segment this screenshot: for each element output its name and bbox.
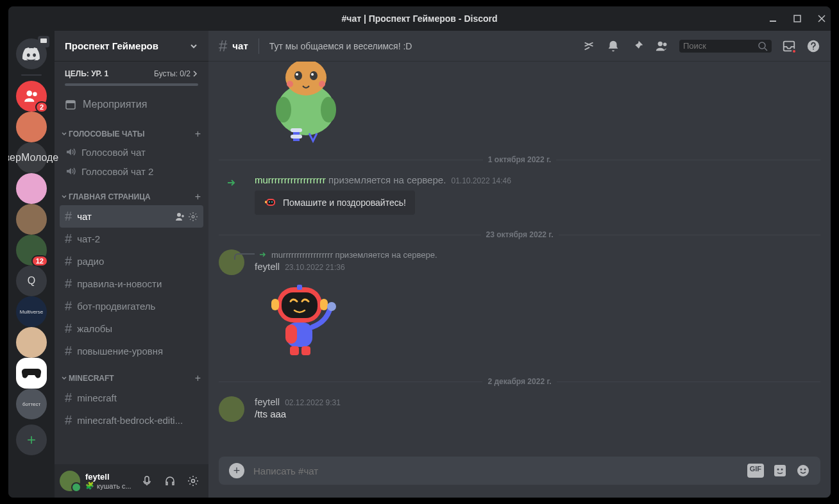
- server-icon-8[interactable]: [16, 327, 47, 358]
- server-icon-9[interactable]: [16, 358, 47, 389]
- category-toggle[interactable]: ГОЛОСОВЫЕ ЧАТЫ: [61, 130, 144, 139]
- invite-icon[interactable]: [175, 212, 185, 222]
- boost-count: Бусты: 0/2: [154, 69, 198, 78]
- message-text: /tts aaa: [255, 408, 820, 419]
- user-status: 🧩кушать с...: [85, 482, 131, 490]
- message-author[interactable]: feytell: [255, 396, 280, 407]
- voice-channel-item[interactable]: Голосовой чат 2: [60, 162, 203, 181]
- message-input[interactable]: [253, 466, 738, 476]
- sticker-button[interactable]: [773, 464, 787, 478]
- server-icon-5[interactable]: 12: [16, 235, 47, 265]
- category-toggle[interactable]: ГЛАВНАЯ СТРАНИЦА: [61, 192, 151, 201]
- category-toggle[interactable]: MINECRAFT: [61, 374, 114, 383]
- join-timestamp: 01.10.2022 14:46: [452, 176, 511, 185]
- channel-name: Голосовой чат: [81, 147, 146, 158]
- message-avatar[interactable]: [219, 396, 244, 422]
- wave-button[interactable]: Помашите и поздоровайтесь!: [255, 190, 415, 215]
- search-input[interactable]: [683, 41, 758, 51]
- message-list: 1 октября 2022 г. murrrrrrrrrrrrrrrrrr п…: [208, 62, 831, 457]
- svg-point-45: [781, 469, 783, 471]
- inbox-notification-dot: [792, 49, 797, 54]
- join-username[interactable]: murrrrrrrrrrrrrrrrrr: [255, 174, 326, 185]
- help-button[interactable]: [806, 39, 820, 53]
- pinned-button[interactable]: [631, 39, 645, 53]
- channel-topic: Тут мы общаемся и веселимся! :D: [269, 41, 577, 51]
- members-button[interactable]: [655, 39, 669, 53]
- header-divider: [258, 38, 259, 54]
- attach-button[interactable]: +: [229, 463, 244, 478]
- reply-reference[interactable]: murrrrrrrrrrrrrrrrrr приземляется на сер…: [234, 249, 820, 260]
- deafen-button[interactable]: [160, 471, 180, 491]
- server-icon-2[interactable]: верМолоде: [16, 142, 47, 173]
- server-icon-10[interactable]: боттест: [16, 389, 47, 419]
- text-channel-item[interactable]: #жалобы: [60, 317, 203, 340]
- search-icon: [758, 41, 768, 51]
- events-button[interactable]: Мероприятия: [60, 94, 203, 115]
- hash-icon: #: [219, 37, 227, 55]
- home-button[interactable]: [16, 38, 47, 69]
- threads-button[interactable]: [582, 39, 596, 53]
- text-channel-item[interactable]: #minecraft-bedrock-editi...: [60, 409, 203, 432]
- channel-name: Голосовой чат 2: [81, 166, 153, 177]
- svg-point-11: [663, 42, 667, 46]
- message-timestamp: 23.10.2022 21:36: [285, 263, 344, 272]
- server-icon-3[interactable]: [16, 173, 47, 204]
- maximize-button[interactable]: [791, 12, 804, 25]
- channel-name: повышение-уровня: [77, 346, 163, 357]
- server-header[interactable]: Проспект Геймеров: [55, 31, 208, 62]
- join-arrow-icon: [219, 177, 244, 189]
- svg-point-3: [26, 90, 32, 96]
- text-channel-item[interactable]: #minecraft: [60, 387, 203, 409]
- text-channel-item[interactable]: #бот-продвигатель: [60, 295, 203, 317]
- server-icon-0[interactable]: 2: [16, 81, 47, 112]
- text-channel-item[interactable]: #повышение-уровня: [60, 340, 203, 362]
- search-box[interactable]: [679, 40, 772, 53]
- svg-rect-41: [290, 346, 299, 355]
- voice-channel-item[interactable]: Голосовой чат: [60, 142, 203, 162]
- close-button[interactable]: [815, 12, 828, 25]
- join-message: murrrrrrrrrrrrrrrrrr приземляется на сер…: [219, 169, 820, 220]
- svg-rect-32: [265, 201, 267, 203]
- text-channel-item[interactable]: #чат: [60, 205, 203, 228]
- message-timestamp: 02.12.2022 9:31: [285, 398, 341, 407]
- settings-button[interactable]: [183, 471, 203, 491]
- svg-point-10: [658, 41, 663, 46]
- text-channel-item[interactable]: #правила-и-новости: [60, 273, 203, 295]
- user-avatar[interactable]: [60, 471, 80, 491]
- wumpus-icon: [264, 196, 278, 210]
- text-channel-item[interactable]: #чат-2: [60, 228, 203, 250]
- channel-name: minecraft-bedrock-editi...: [77, 415, 183, 426]
- mute-button[interactable]: [137, 471, 157, 491]
- add-channel-button[interactable]: +: [195, 191, 201, 203]
- server-icon-6[interactable]: Q: [16, 265, 47, 296]
- sticker-bird[interactable]: [255, 62, 357, 145]
- message: murrrrrrrrrrrrrrrrrr приземляется на сер…: [219, 244, 820, 367]
- add-server-button[interactable]: +: [16, 424, 47, 455]
- svg-rect-34: [282, 292, 318, 318]
- server-icon-1[interactable]: [16, 112, 47, 142]
- text-channel-item[interactable]: #радио: [60, 250, 203, 273]
- svg-point-44: [777, 469, 779, 471]
- svg-rect-42: [301, 346, 310, 355]
- svg-point-9: [192, 480, 195, 483]
- gear-icon[interactable]: [188, 212, 198, 222]
- server-icon-4[interactable]: [16, 204, 47, 235]
- svg-rect-29: [267, 200, 274, 205]
- svg-rect-36: [320, 299, 328, 310]
- message-author[interactable]: feytell: [255, 261, 280, 272]
- minimize-button[interactable]: [767, 12, 779, 25]
- sticker-robot[interactable]: [255, 274, 344, 364]
- gif-button[interactable]: GIF: [747, 464, 764, 478]
- svg-rect-43: [774, 465, 786, 476]
- svg-rect-0: [770, 21, 776, 22]
- boost-section[interactable]: ЦЕЛЬ: УР. 1 Бусты: 0/2: [55, 62, 208, 91]
- inbox-button[interactable]: [782, 39, 796, 53]
- notifications-button[interactable]: [606, 39, 620, 53]
- emoji-button[interactable]: [796, 464, 810, 478]
- svg-point-4: [33, 92, 37, 97]
- add-channel-button[interactable]: +: [195, 373, 201, 384]
- server-icon-7[interactable]: Multiverse: [16, 296, 47, 327]
- server-name: Проспект Геймеров: [65, 40, 158, 51]
- add-channel-button[interactable]: +: [195, 128, 201, 140]
- svg-point-40: [327, 302, 336, 311]
